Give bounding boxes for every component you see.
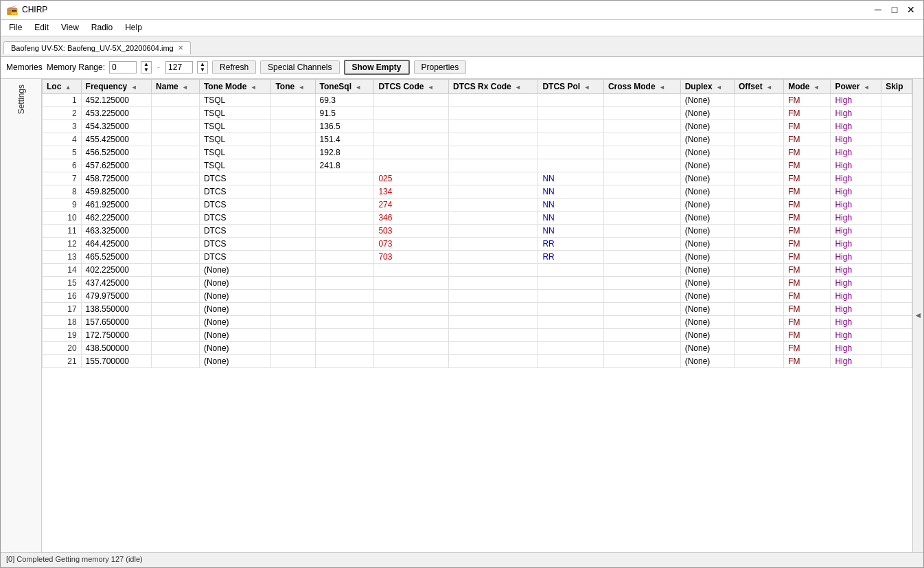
table-cell (449, 106, 538, 120)
tab-close-button[interactable]: ✕ (178, 44, 183, 52)
col-crossmode[interactable]: Cross Mode ◄ (603, 79, 680, 93)
table-row[interactable]: 10462.225000DTCS346NN(None)FMHigh (43, 211, 912, 224)
table-row[interactable]: 13465.525000DTCS703RR(None)FMHigh (43, 250, 912, 263)
table-cell (271, 354, 315, 367)
collapse-panel[interactable]: ◄ (912, 79, 923, 552)
to-spin-down[interactable]: ▼ (198, 67, 207, 73)
table-cell (152, 276, 200, 289)
table-cell (735, 341, 784, 354)
memory-range-from[interactable] (109, 61, 137, 73)
table-cell (538, 302, 603, 315)
table-cell (538, 146, 603, 159)
col-loc[interactable]: Loc ▲ (43, 79, 82, 93)
table-cell (449, 133, 538, 146)
table-cell (735, 185, 784, 198)
settings-label[interactable]: Settings (16, 84, 26, 114)
col-mode[interactable]: Mode ◄ (784, 79, 831, 93)
properties-button[interactable]: Properties (414, 60, 467, 74)
table-area[interactable]: Loc ▲ Frequency ◄ Name ◄ Tone Mode ◄ Ton… (42, 79, 912, 552)
show-empty-button[interactable]: Show Empty (344, 60, 410, 75)
table-cell: High (831, 302, 881, 315)
minimize-button[interactable]: ─ (871, 3, 885, 16)
col-tonemode[interactable]: Tone Mode ◄ (199, 79, 271, 93)
table-cell: 12 (43, 237, 82, 250)
table-cell (152, 198, 200, 211)
table-cell (315, 354, 374, 367)
maximize-button[interactable]: □ (888, 3, 901, 16)
table-cell: (None) (680, 328, 734, 341)
table-row[interactable]: 17138.550000(None)(None)FMHigh (43, 302, 912, 315)
col-tone[interactable]: Tone ◄ (271, 79, 315, 93)
table-cell (603, 302, 680, 315)
table-row[interactable]: 9461.925000DTCS274NN(None)FMHigh (43, 198, 912, 211)
menu-view[interactable]: View (56, 21, 84, 34)
col-name[interactable]: Name ◄ (152, 79, 200, 93)
col-offset[interactable]: Offset ◄ (735, 79, 784, 93)
table-row[interactable]: 8459.825000DTCS134NN(None)FMHigh (43, 185, 912, 198)
table-row[interactable]: 7458.725000DTCS025NN(None)FMHigh (43, 172, 912, 185)
close-button[interactable]: ✕ (904, 3, 918, 16)
col-tonesql[interactable]: ToneSql ◄ (315, 79, 374, 93)
table-row[interactable]: 3454.325000TSQL136.5(None)FMHigh (43, 120, 912, 133)
table-cell (315, 263, 374, 276)
table-cell: 134 (374, 185, 449, 198)
menu-help[interactable]: Help (119, 21, 148, 34)
table-row[interactable]: 14402.225000(None)(None)FMHigh (43, 263, 912, 276)
table-cell: 16 (43, 289, 82, 302)
table-cell (374, 93, 449, 106)
table-row[interactable]: 12464.425000DTCS073RR(None)FMHigh (43, 237, 912, 250)
tab-bar: Baofeng UV-5X: Baofeng_UV-5X_20200604.im… (1, 36, 923, 57)
col-dtcsrxcode[interactable]: DTCS Rx Code ◄ (449, 79, 538, 93)
table-cell (315, 211, 374, 224)
col-skip[interactable]: Skip (881, 79, 912, 93)
table-row[interactable]: 18157.650000(None)(None)FMHigh (43, 315, 912, 328)
col-power[interactable]: Power ◄ (831, 79, 881, 93)
table-cell: (None) (680, 250, 734, 263)
table-cell: 6 (43, 159, 82, 172)
special-channels-button[interactable]: Special Channels (260, 60, 339, 74)
table-cell: (None) (680, 289, 734, 302)
table-cell: High (831, 276, 881, 289)
table-row[interactable]: 11463.325000DTCS503NN(None)FMHigh (43, 224, 912, 237)
from-spin-down[interactable]: ▼ (141, 67, 151, 73)
table-cell: 151.4 (315, 133, 374, 146)
table-row[interactable]: 1452.125000TSQL69.3(None)FMHigh (43, 93, 912, 106)
table-cell: 157.650000 (81, 315, 151, 328)
table-row[interactable]: 5456.525000TSQL192.8(None)FMHigh (43, 146, 912, 159)
table-row[interactable]: 2453.225000TSQL91.5(None)FMHigh (43, 106, 912, 120)
table-cell: (None) (680, 315, 734, 328)
table-row[interactable]: 4455.425000TSQL151.4(None)FMHigh (43, 133, 912, 146)
table-cell (881, 106, 912, 120)
col-frequency[interactable]: Frequency ◄ (81, 79, 151, 93)
table-cell: 461.925000 (81, 198, 151, 211)
table-cell (881, 185, 912, 198)
table-cell (152, 289, 200, 302)
table-cell (152, 93, 200, 106)
table-row[interactable]: 6457.625000TSQL241.8(None)FMHigh (43, 159, 912, 172)
table-row[interactable]: 21155.700000(None)(None)FMHigh (43, 354, 912, 367)
col-dtcscode[interactable]: DTCS Code ◄ (374, 79, 449, 93)
table-cell: High (831, 185, 881, 198)
table-cell (603, 198, 680, 211)
table-cell: 17 (43, 302, 82, 315)
table-row[interactable]: 19172.750000(None)(None)FMHigh (43, 328, 912, 341)
table-row[interactable]: 15437.425000(None)(None)FMHigh (43, 276, 912, 289)
menu-edit[interactable]: Edit (29, 21, 54, 34)
memory-range-to[interactable] (165, 61, 193, 73)
table-cell (538, 106, 603, 120)
table-cell (449, 341, 538, 354)
col-dtcspol[interactable]: DTCS Pol ◄ (538, 79, 603, 93)
table-cell (271, 289, 315, 302)
refresh-button[interactable]: Refresh (212, 60, 256, 74)
table-row[interactable]: 16479.975000(None)(None)FMHigh (43, 289, 912, 302)
menu-file[interactable]: File (3, 21, 27, 34)
table-cell: TSQL (199, 159, 271, 172)
table-cell: (None) (199, 328, 271, 341)
table-cell: DTCS (199, 185, 271, 198)
table-cell: (None) (680, 172, 734, 185)
document-tab[interactable]: Baofeng UV-5X: Baofeng_UV-5X_20200604.im… (3, 41, 191, 54)
table-row[interactable]: 20438.500000(None)(None)FMHigh (43, 341, 912, 354)
table-cell (271, 250, 315, 263)
menu-radio[interactable]: Radio (86, 21, 118, 34)
col-duplex[interactable]: Duplex ◄ (680, 79, 734, 93)
